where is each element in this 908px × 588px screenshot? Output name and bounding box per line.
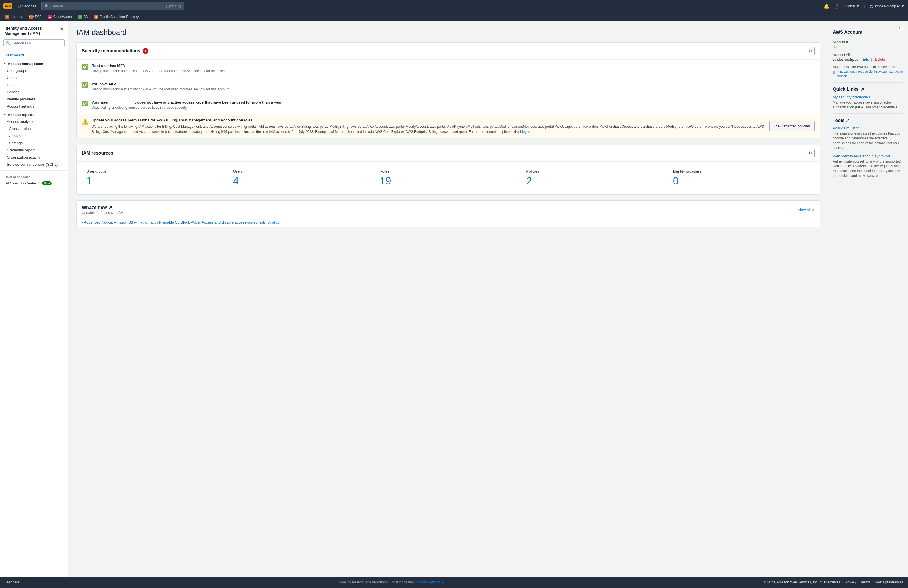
chevron-down-icon: ▼ <box>3 62 6 65</box>
sidebar-item-access-analyzer[interactable]: Access analyzer <box>0 118 68 125</box>
resource-label-users: Users <box>233 169 370 173</box>
tool-web-identity: Web identity federation playground Authe… <box>833 154 903 178</box>
services-label: Services <box>22 4 36 8</box>
global-search-input[interactable] <box>52 4 164 8</box>
sidebar-title: Identity and Access Management (IAM) ✕ <box>0 26 68 39</box>
sidebar-item-credential-report[interactable]: Credential report <box>0 147 68 154</box>
rec-content-access-keys: Your user, , does not have any active ac… <box>92 100 815 110</box>
account-alias-row: strides-motrpac Edit | Delete <box>833 57 903 61</box>
terms-link[interactable]: Terms <box>860 580 870 584</box>
sidebar-item-settings[interactable]: Settings <box>0 139 68 147</box>
whats-new-external-icon: ↗ <box>108 205 112 210</box>
edit-alias-link[interactable]: Edit <box>863 58 869 61</box>
resources-grid: User groups 1 Users 4 Roles 19 Policies … <box>77 162 820 195</box>
chevron-down-icon-reports: ▼ <box>3 113 6 116</box>
signin-url-label: Sign-in URL for IAM users in this accoun… <box>833 65 903 69</box>
services-button[interactable]: ⊞ Services <box>16 3 38 10</box>
grid-icon: ⊞ <box>18 4 21 8</box>
privacy-link[interactable]: Privacy <box>845 580 856 584</box>
breadcrumb-ecr[interactable]: ◎ Elastic Container Registry <box>92 14 141 20</box>
rec-item-mfa-user: ✅ You have MFA Having multi-factor authe… <box>77 78 820 96</box>
web-identity-link[interactable]: Web identity federation playground <box>833 154 903 158</box>
whats-new-item: • Advanced Notice: Amazon S3 will automa… <box>77 217 820 227</box>
rec-content-mfa-root: Root user has MFA Having multi-factor au… <box>92 64 815 74</box>
user-chevron-icon: ▼ <box>901 4 905 8</box>
copy-url-icon[interactable]: ⧉ <box>833 70 835 75</box>
sidebar-item-identity-providers[interactable]: Identity providers <box>0 95 68 103</box>
blog-link[interactable]: blog ↗ <box>520 130 530 134</box>
search-shortcut: [Option+S] <box>166 4 181 8</box>
sidebar-item-users[interactable]: Users <box>0 74 68 81</box>
breadcrumb-ec2-label: EC2 <box>35 15 41 19</box>
resource-label-roles: Roles <box>380 169 517 173</box>
sidebar-section-access-management[interactable]: ▼ Access management <box>0 60 68 67</box>
sidebar-divider <box>0 170 68 171</box>
external-link-icon: ↗ <box>38 181 40 185</box>
resource-identity-providers[interactable]: Identity providers 0 <box>668 167 815 189</box>
whats-new-header: What's new ↗ Updates for features in IAM… <box>77 201 820 217</box>
footer-copyright: © 2023, Amazon Web Services, Inc. or its… <box>764 580 841 584</box>
whats-new-card: What's new ↗ Updates for features in IAM… <box>76 200 820 228</box>
resource-users[interactable]: Users 4 <box>229 167 375 189</box>
breadcrumb-lambda[interactable]: λ Lambda <box>3 14 25 20</box>
notifications-icon[interactable]: 🔔 <box>824 3 829 9</box>
whats-new-item-link[interactable]: • Advanced Notice: Amazon S3 will automa… <box>82 220 279 224</box>
search-icon: 🔍 <box>45 4 49 8</box>
unified-settings-link[interactable]: Unified Settings ↗ <box>416 580 444 584</box>
resources-refresh-button[interactable]: ↻ <box>806 149 815 158</box>
sidebar-section-access-reports[interactable]: ▼ Access reports <box>0 111 68 118</box>
signin-url-link[interactable]: https://strides-motrpac.signin.aws.amazo… <box>837 69 903 79</box>
breadcrumb-cloudwatch[interactable]: ☁ CloudWatch <box>46 14 74 20</box>
related-consoles-label: Related consoles <box>0 173 68 180</box>
delete-alias-link[interactable]: Delete <box>875 58 885 61</box>
sidebar-close-button[interactable]: ✕ <box>60 26 64 32</box>
sidebar-item-iam-identity-center[interactable]: IAM Identity Center ↗ New <box>0 180 68 187</box>
resource-user-groups[interactable]: User groups 1 <box>82 167 229 189</box>
view-affected-policies-button[interactable]: View affected policies <box>770 121 815 132</box>
resource-policies[interactable]: Policies 2 <box>522 167 668 189</box>
view-all-link[interactable]: View all ↗ <box>798 208 815 212</box>
quick-links-external-icon: ↗ <box>860 87 864 92</box>
global-search-bar[interactable]: 🔍 [Option+S] <box>41 2 184 10</box>
user-menu[interactable]: @ strides-motrpac ▼ <box>870 4 905 8</box>
resource-count-roles: 19 <box>380 175 517 187</box>
sidebar-item-roles[interactable]: Roles <box>0 81 68 89</box>
whats-new-subtitle: Updates for features in IAM <box>82 211 124 215</box>
rec-item-access-keys: ✅ Your user, , does not have any active … <box>77 96 820 114</box>
sidebar-search-input[interactable] <box>12 41 62 45</box>
ecr-icon: ◎ <box>94 15 98 19</box>
security-refresh-button[interactable]: ↻ <box>806 47 815 55</box>
sidebar: Identity and Access Management (IAM) ✕ 🔍… <box>0 21 68 577</box>
sidebar-item-policies[interactable]: Policies <box>0 89 68 95</box>
rec-title-mfa-root: Root user has MFA <box>92 64 815 68</box>
check-icon-mfa-user: ✅ <box>82 82 88 89</box>
security-credentials-link[interactable]: My security credentials <box>833 95 903 99</box>
breadcrumb-ec2[interactable]: EC2 EC2 <box>27 14 43 20</box>
help-icon[interactable]: ❓ <box>834 3 840 9</box>
feedback-link[interactable]: Feedback <box>5 580 20 584</box>
cookie-preferences-link[interactable]: Cookie preferences <box>874 580 903 584</box>
rec-desc-mfa-user: Having multi-factor authentication (MFA)… <box>92 87 815 92</box>
resource-roles[interactable]: Roles 19 <box>375 167 522 189</box>
breadcrumb-s3[interactable]: S3 S3 <box>76 14 90 20</box>
top-nav: aws ⊞ Services 🔍 [Option+S] 🔔 ❓ Global ▼… <box>0 0 908 12</box>
resource-label-identity-providers: Identity providers <box>673 169 810 173</box>
sidebar-item-user-groups[interactable]: User groups <box>0 67 68 74</box>
info-button[interactable]: ℹ <box>896 24 903 31</box>
sidebar-item-archive-rules[interactable]: Archive rules <box>0 125 68 132</box>
region-selector[interactable]: Global ▼ <box>844 4 860 8</box>
iam-resources-title: IAM resources <box>82 151 113 156</box>
copy-account-id-button[interactable]: ⧉ <box>834 45 837 49</box>
sidebar-item-organization-activity[interactable]: Organization activity <box>0 154 68 161</box>
sidebar-item-service-control-policies[interactable]: Service control policies (SCPs) <box>0 161 68 168</box>
check-icon-mfa-root: ✅ <box>82 64 88 70</box>
breadcrumb-ecr-label: Elastic Container Registry <box>99 15 138 19</box>
footer: Feedback Looking for language selection?… <box>0 577 908 588</box>
quick-link-security-credentials: My security credentials Manage your acce… <box>833 95 903 110</box>
sidebar-dashboard-link[interactable]: Dashboard <box>0 52 68 59</box>
sidebar-item-account-settings[interactable]: Account settings <box>0 103 68 110</box>
breadcrumb-cloudwatch-label: CloudWatch <box>53 15 72 19</box>
sidebar-search-container[interactable]: 🔍 <box>3 39 65 47</box>
policy-simulator-link[interactable]: Policy simulator <box>833 126 903 130</box>
sidebar-item-analyzers[interactable]: Analyzers <box>0 132 68 139</box>
